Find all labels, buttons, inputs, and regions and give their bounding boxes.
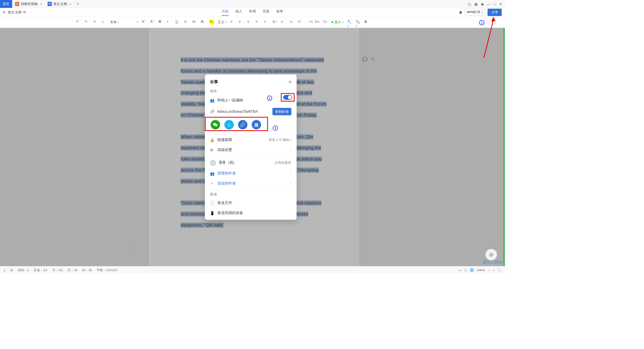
zoom-out-icon[interactable]: – xyxy=(488,268,490,272)
tab-daoketemplates[interactable]: D找稻壳模板× xyxy=(12,0,45,8)
wps-open-button[interactable]: WPS打开 ▾ xyxy=(465,9,485,16)
statusbar: ▯ ⊟ 页码：1 页面：1/1 节：1/1 行：18 列：36 字数：137/1… xyxy=(0,266,505,273)
permission-value: 所有人可编辑 ▾ xyxy=(269,138,291,142)
permission-label: 链接权限 xyxy=(217,138,232,142)
separator xyxy=(205,189,297,190)
send-device-row[interactable]: 📱 发送到我的设备 xyxy=(205,208,297,218)
view-page-icon[interactable]: ▯ xyxy=(4,268,5,272)
fullscreen-icon[interactable]: ⛶ xyxy=(498,268,501,272)
menu-page[interactable]: 页面 xyxy=(263,9,269,15)
refresh-icon[interactable]: ⟳ xyxy=(23,10,26,14)
share-button[interactable]: 分享 xyxy=(488,8,502,16)
numbered-list-icon[interactable]: 1≡▾ xyxy=(315,19,319,24)
align-center-icon[interactable]: ≡ xyxy=(239,19,244,24)
copy-link-button[interactable]: 复制链接 xyxy=(272,108,291,115)
bullet-list-icon[interactable]: ⋮≡▾ xyxy=(306,19,311,24)
permission-row[interactable]: 🔒 链接权限 所有人可编辑 ▾ xyxy=(205,135,297,145)
layout-icon[interactable]: ◫ xyxy=(468,2,471,6)
daoke-icon: D xyxy=(15,2,19,6)
font-select[interactable]: 宋体 ▾ xyxy=(110,19,119,24)
separator xyxy=(205,134,297,134)
collab-label: 和他人一起编辑 xyxy=(217,98,243,103)
gear-icon: ⚙ xyxy=(210,148,215,152)
align-right-icon[interactable]: ≡ xyxy=(247,19,252,24)
checklist-icon[interactable]: ☑ xyxy=(298,19,303,24)
tab-home[interactable]: 首页 xyxy=(0,0,12,8)
link-icon: 🔗 xyxy=(210,109,215,114)
tools-icon[interactable]: 🔧▾ xyxy=(347,19,352,24)
zoom-level[interactable]: 100% xyxy=(477,268,485,272)
globe-icon[interactable]: 🌐 xyxy=(470,268,474,272)
file-tab[interactable]: 英文文档⟳ xyxy=(8,10,26,14)
view-mode-icon[interactable]: ▭ xyxy=(459,268,462,272)
close-icon[interactable]: × xyxy=(69,2,71,6)
align-distribute-icon[interactable]: ≡ xyxy=(264,19,269,24)
menu-efficiency[interactable]: 效率 xyxy=(276,9,283,15)
font-increase-icon[interactable]: A˄ xyxy=(142,19,147,24)
line-spacing-icon[interactable]: ⇅▾ xyxy=(272,19,277,24)
search-icon[interactable]: 🔍▾ xyxy=(356,19,360,24)
red-highlight-box xyxy=(205,117,268,131)
hamburger-icon[interactable]: ≡ xyxy=(3,10,5,14)
subheader: ≡ 英文文档⟳ 开始 插入 审阅 页面 效率 ◑ WPS打开 ▾ 分享 xyxy=(0,8,505,17)
add-tab-button[interactable]: + xyxy=(76,1,79,6)
section-send: 发送 xyxy=(205,191,297,198)
undo-icon[interactable]: ↶ xyxy=(76,19,81,24)
italic-icon[interactable]: I xyxy=(167,19,172,24)
view-mode2-icon[interactable]: ▯ xyxy=(465,268,467,272)
filename: 英文文档 xyxy=(8,10,21,14)
menu-tabs: 开始 插入 审阅 页面 效率 xyxy=(222,9,283,15)
add-collab-row[interactable]: ＋ 添加协作者 › xyxy=(205,179,297,189)
manage-label: 管理协作者 xyxy=(217,171,236,176)
callout-2: 2 xyxy=(267,96,272,101)
close-icon[interactable]: × xyxy=(288,79,291,85)
menu-start[interactable]: 开始 xyxy=(222,9,228,15)
toolbar: ↶ ↷ ✎ ◇ 宋体 ▾ ▾ A˄ A˅ B I U A̶ A▾ A▾ ✎▾ 正… xyxy=(0,17,505,27)
send-file-row[interactable]: 📄 发送文件 xyxy=(205,198,297,208)
device-icon: 📱 xyxy=(210,211,215,215)
tab-document[interactable]: W英文文档× xyxy=(45,0,74,8)
chevron-right-icon: › xyxy=(290,171,291,176)
font-color-icon[interactable]: A▾ xyxy=(201,19,206,24)
minimize-icon[interactable]: — xyxy=(487,2,491,6)
clear-format-icon[interactable]: ◇ xyxy=(102,19,106,24)
insert-button[interactable]: ● 插入 ▾ xyxy=(331,19,343,24)
print-icon[interactable]: 🖶 xyxy=(364,19,369,24)
apps-icon[interactable]: ▦ xyxy=(474,2,478,6)
status-pages: 页面：1/1 xyxy=(34,268,47,272)
format-painter-icon[interactable]: ✎ xyxy=(93,19,98,24)
view-split-icon[interactable]: ⊟ xyxy=(10,268,13,272)
indent-increase-icon[interactable]: ⇥ xyxy=(289,19,294,24)
redo-icon[interactable]: ↷ xyxy=(85,19,89,24)
status-line: 行：18 xyxy=(68,268,77,272)
strikethrough-icon[interactable]: A̶ xyxy=(184,19,189,24)
maximize-icon[interactable]: □ xyxy=(494,2,496,6)
close-icon[interactable]: × xyxy=(40,2,42,6)
bold-icon[interactable]: B xyxy=(159,19,163,24)
font-effect-icon[interactable]: A▾ xyxy=(193,19,197,24)
multilevel-list-icon[interactable]: ☷▾ xyxy=(323,19,328,24)
assistant-button[interactable]: ☺ xyxy=(485,249,497,260)
advanced-row[interactable]: ⚙ 高级设置 › xyxy=(205,145,297,155)
underline-icon[interactable]: U xyxy=(175,19,180,24)
scrollbar-indicator[interactable] xyxy=(503,28,505,266)
manage-collab-row[interactable]: 👥 管理协作者 › xyxy=(205,168,297,179)
send-file-label: 发送文件 xyxy=(217,201,232,205)
menu-review[interactable]: 审阅 xyxy=(249,9,256,15)
font-decrease-icon[interactable]: A˅ xyxy=(150,19,155,24)
user-name: 香香（我） xyxy=(219,160,237,165)
zoom-in-icon[interactable]: + xyxy=(493,268,495,272)
menu-insert[interactable]: 插入 xyxy=(235,9,242,15)
indent-decrease-icon[interactable]: ⇤ xyxy=(281,19,286,24)
highlight-icon[interactable]: ✎▾ xyxy=(209,19,214,24)
align-left-icon[interactable]: ≡ xyxy=(230,19,235,24)
cloud-icon[interactable]: ◑ xyxy=(459,10,462,14)
notify-icon[interactable]: ◆ xyxy=(481,2,484,6)
style-select[interactable]: 正文 ▾ xyxy=(218,19,227,24)
lock-icon: 🔒 xyxy=(210,138,215,142)
chevron-right-icon: › xyxy=(290,181,291,186)
align-justify-icon[interactable]: ≡ xyxy=(256,19,260,24)
close-window-icon[interactable]: ✕ xyxy=(499,2,502,6)
user-row: 香香（我） 文档创建者 xyxy=(205,157,297,168)
collab-toggle[interactable] xyxy=(283,95,292,100)
